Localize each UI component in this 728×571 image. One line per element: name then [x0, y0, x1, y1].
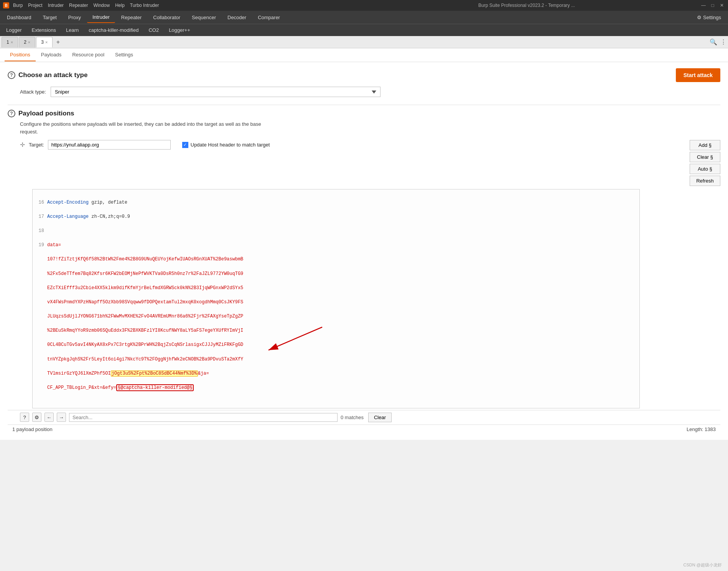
attack-type-title: Choose an attack type — [18, 71, 87, 79]
tab-2-close[interactable]: × — [28, 40, 30, 44]
subtab-positions[interactable]: Positions — [5, 49, 36, 61]
nav-sequencer[interactable]: Sequencer — [186, 12, 221, 23]
target-row: ✛ Target: ✓ Update Host header to match … — [20, 140, 685, 150]
main-content: ? Choose an attack type Start attack Att… — [0, 62, 728, 440]
update-host-checkbox[interactable]: ✓ — [182, 142, 188, 148]
payload-section-title: Payload positions — [18, 110, 74, 117]
nav-proxy[interactable]: Proxy — [63, 12, 86, 23]
title-bar-menu: Burp Project Intruder Repeater Window He… — [13, 3, 353, 8]
bottom-toolbar: ? ⚙ ← → 0 matches Clear — [8, 410, 720, 425]
tab-3-close[interactable]: × — [45, 40, 48, 44]
sub-tabs: Positions Payloads Resource pool Setting… — [0, 48, 728, 62]
length-label: Length: 1383 — [687, 426, 716, 432]
payload-positions-section: ? Payload positions Configure the positi… — [8, 110, 720, 408]
footer: 1 payload position Length: 1383 — [8, 425, 720, 434]
tab-2-label: 2 — [24, 39, 26, 45]
title-bar: B Burp Project Intruder Repeater Window … — [0, 0, 728, 11]
request-editor[interactable]: 16Accept-Encoding gzip, deflate 17Accept… — [32, 189, 640, 408]
tab-1[interactable]: 1 × — [2, 37, 18, 48]
subnav-co2[interactable]: CO2 — [144, 25, 163, 35]
tab-3-label: 3 — [41, 39, 44, 45]
target-label: Target: — [29, 142, 44, 148]
refresh-button[interactable]: Refresh — [690, 176, 720, 186]
search-input[interactable] — [69, 413, 338, 422]
menu-window[interactable]: Window — [93, 3, 110, 8]
tab-add-button[interactable]: + — [53, 38, 63, 47]
nav-comparer[interactable]: Comparer — [252, 12, 285, 23]
subtab-resource-pool[interactable]: Resource pool — [67, 49, 110, 61]
target-crosshair-icon: ✛ — [20, 141, 25, 148]
menu-project[interactable]: Project — [28, 3, 42, 8]
window-title: Burp Suite Professional v2023.2 - Tempor… — [357, 3, 697, 8]
clear-section-button[interactable]: Clear § — [690, 152, 720, 162]
window-controls: — □ ✕ — [700, 2, 725, 8]
subnav-learn[interactable]: Learn — [61, 25, 83, 35]
minimize-button[interactable]: — — [700, 2, 707, 8]
attack-type-row: Attack type: Sniper Battering ram Pitchf… — [20, 87, 720, 97]
add-section-button[interactable]: Add § — [690, 140, 720, 150]
matches-label: 0 matches — [341, 415, 364, 420]
nav-collaborator[interactable]: Collaborator — [148, 12, 186, 23]
menu-intruder[interactable]: Intruder — [48, 3, 64, 8]
target-url-input[interactable] — [48, 140, 171, 150]
nav-decoder[interactable]: Decoder — [222, 12, 252, 23]
menu-repeater[interactable]: Repeater — [69, 3, 88, 8]
request-content: 16Accept-Encoding gzip, deflate 17Accept… — [33, 189, 639, 408]
payload-section-desc: Configure the positions where payloads w… — [20, 120, 720, 135]
maximize-button[interactable]: □ — [710, 2, 716, 8]
start-attack-button[interactable]: Start attack — [676, 68, 720, 82]
close-button[interactable]: ✕ — [719, 2, 725, 8]
toolbar-forward-button[interactable]: → — [57, 413, 66, 422]
sub-nav: Logger Extensions Learn captcha-killer-m… — [0, 24, 728, 36]
update-host-label: Update Host header to match target — [191, 142, 270, 148]
update-host-row: ✓ Update Host header to match target — [182, 142, 270, 148]
attack-type-label: Attack type: — [20, 89, 46, 95]
auto-section-button[interactable]: Auto § — [690, 164, 720, 174]
tab-search-icon[interactable]: 🔍 — [710, 38, 717, 46]
subtab-settings[interactable]: Settings — [110, 49, 138, 61]
right-action-buttons: Add § Clear § Auto § Refresh — [690, 140, 720, 186]
tab-bar-actions: 🔍 ⋮ — [710, 38, 726, 46]
app-icon: B — [3, 2, 9, 8]
clear-button[interactable]: Clear — [368, 413, 392, 422]
subnav-logger[interactable]: Logger — [2, 25, 26, 35]
menu-help[interactable]: Help — [115, 3, 125, 8]
attack-type-help-icon[interactable]: ? — [8, 71, 15, 79]
payload-section-header: ? Payload positions — [8, 110, 720, 117]
menu-turbo[interactable]: Turbo Intruder — [130, 3, 159, 8]
subnav-logger-plus[interactable]: Logger++ — [164, 25, 195, 35]
nav-target[interactable]: Target — [38, 12, 62, 23]
divider-1 — [8, 105, 720, 105]
gear-icon: ⚙ — [697, 15, 702, 20]
nav-repeater[interactable]: Repeater — [116, 12, 147, 23]
payload-help-icon[interactable]: ? — [8, 110, 15, 117]
main-nav: Dashboard Target Proxy Intruder Repeater… — [0, 11, 728, 24]
watermark: CSDN @超级小龙虾 — [684, 562, 722, 568]
toolbar-help-icon[interactable]: ? — [20, 413, 29, 422]
tab-3[interactable]: 3 × — [36, 37, 53, 48]
payload-position-count: 1 payload position — [12, 426, 53, 432]
tab-1-label: 1 — [7, 39, 9, 45]
subtab-payloads[interactable]: Payloads — [36, 49, 67, 61]
tab-more-icon[interactable]: ⋮ — [720, 38, 726, 46]
menu-burp[interactable]: Burp — [13, 3, 23, 8]
nav-dashboard[interactable]: Dashboard — [2, 12, 37, 23]
subnav-extensions[interactable]: Extensions — [27, 25, 61, 35]
attack-type-select[interactable]: Sniper Battering ram Pitchfork Cluster b… — [51, 87, 380, 97]
tab-bar: 1 × 2 × 3 × + 🔍 ⋮ — [0, 36, 728, 48]
toolbar-settings-icon[interactable]: ⚙ — [32, 413, 41, 422]
nav-intruder[interactable]: Intruder — [87, 12, 115, 23]
tab-2[interactable]: 2 × — [19, 37, 35, 48]
subnav-captcha[interactable]: captcha-killer-modified — [84, 25, 143, 35]
toolbar-back-button[interactable]: ← — [44, 413, 54, 422]
nav-settings[interactable]: ⚙ Settings — [692, 12, 726, 23]
tab-1-close[interactable]: × — [11, 40, 13, 44]
